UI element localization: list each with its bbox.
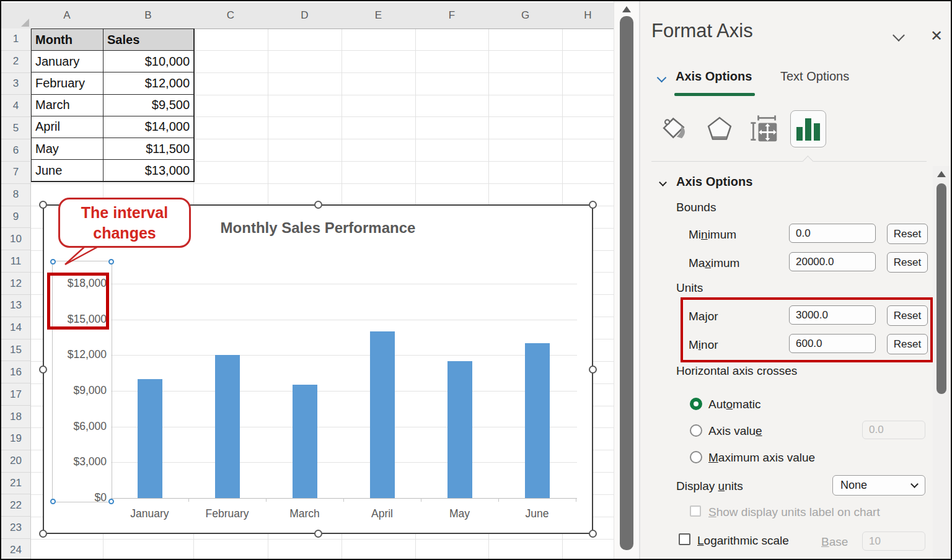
table-cell-sales[interactable]: $14,000 xyxy=(104,116,194,138)
axis-value-radio[interactable] xyxy=(690,424,702,437)
panel-scrollbar[interactable] xyxy=(933,166,950,559)
row-header-17[interactable]: 17 xyxy=(1,383,31,406)
row-header-14[interactable]: 14 xyxy=(1,317,31,339)
row-header-5[interactable]: 5 xyxy=(1,117,31,139)
row-header-18[interactable]: 18 xyxy=(1,406,31,428)
axis-handle[interactable] xyxy=(108,499,114,504)
table-cell-month[interactable]: January xyxy=(32,51,104,72)
row-header-2[interactable]: 2 xyxy=(1,51,31,73)
axis-handle[interactable] xyxy=(50,499,56,504)
column-header-c[interactable]: C xyxy=(193,2,268,29)
table-cell-month[interactable]: April xyxy=(32,116,104,138)
chart-bar-june[interactable] xyxy=(525,343,550,498)
resize-handle-top-left[interactable] xyxy=(39,201,47,209)
column-header-a[interactable]: A xyxy=(31,2,104,29)
panel-close-icon[interactable]: ✕ xyxy=(930,28,943,43)
row-header-10[interactable]: 10 xyxy=(1,228,31,250)
select-all-button[interactable] xyxy=(1,2,32,29)
minimum-reset-button[interactable]: Reset xyxy=(887,224,928,244)
table-header-sales[interactable]: Sales xyxy=(104,29,194,51)
chart-options-icon[interactable] xyxy=(790,110,826,147)
row-header-19[interactable]: 19 xyxy=(1,428,31,450)
minimum-input[interactable] xyxy=(789,224,876,243)
scroll-up-icon[interactable] xyxy=(622,6,631,12)
column-header-g[interactable]: G xyxy=(488,2,563,29)
row-header-20[interactable]: 20 xyxy=(1,450,31,473)
resize-handle-mid-left[interactable] xyxy=(39,365,47,374)
effects-icon[interactable] xyxy=(702,112,737,146)
x-axis-category-label[interactable]: June xyxy=(503,507,571,520)
chart-bar-march[interactable] xyxy=(293,385,317,498)
resize-handle-top-mid[interactable] xyxy=(314,201,322,209)
maximum-axis-value-radio[interactable] xyxy=(690,451,702,463)
column-header-d[interactable]: D xyxy=(268,2,342,29)
tab-axis-options[interactable]: Axis Options xyxy=(676,69,752,84)
x-axis-category-label[interactable]: March xyxy=(271,507,339,520)
table-cell-month[interactable]: February xyxy=(32,72,104,94)
resize-handle-bottom-mid[interactable] xyxy=(314,530,322,538)
logarithmic-scale-label[interactable]: Logarithmic scale xyxy=(697,534,789,548)
logarithmic-scale-checkbox[interactable] xyxy=(679,533,690,545)
panel-scroll-up-icon[interactable] xyxy=(937,171,946,177)
table-cell-month[interactable]: March xyxy=(32,95,104,116)
chart-bar-february[interactable] xyxy=(215,355,240,498)
maximum-input[interactable] xyxy=(789,252,876,271)
x-axis-category-label[interactable]: February xyxy=(193,507,262,520)
row-header-4[interactable]: 4 xyxy=(1,95,31,117)
x-axis-category-label[interactable]: April xyxy=(348,507,416,520)
section-collapse-chevron-icon[interactable] xyxy=(659,178,667,186)
chart-bar-january[interactable] xyxy=(138,379,162,498)
row-header-23[interactable]: 23 xyxy=(1,517,31,539)
row-header-22[interactable]: 22 xyxy=(1,494,31,517)
table-cell-sales[interactable]: $9,500 xyxy=(104,95,194,116)
display-units-dropdown[interactable]: None xyxy=(832,475,925,496)
x-axis-category-label[interactable]: May xyxy=(426,507,494,520)
chart-bar-april[interactable] xyxy=(370,331,395,498)
table-cell-sales[interactable]: $11,500 xyxy=(104,138,194,160)
sheet-scrollbar-thumb[interactable] xyxy=(620,16,633,550)
maximum-reset-button[interactable]: Reset xyxy=(887,252,928,273)
panel-collapse-chevron-icon[interactable] xyxy=(892,29,905,42)
row-header-21[interactable]: 21 xyxy=(1,473,31,495)
row-header-6[interactable]: 6 xyxy=(1,139,31,162)
chart-bar-may[interactable] xyxy=(447,361,472,498)
column-header-e[interactable]: E xyxy=(342,2,416,29)
section-header-axis-options[interactable]: Axis Options xyxy=(676,175,752,189)
automatic-radio[interactable] xyxy=(690,398,702,410)
row-header-24[interactable]: 24 xyxy=(1,539,31,560)
column-header-h[interactable]: H xyxy=(562,2,614,29)
row-header-12[interactable]: 12 xyxy=(1,273,31,295)
resize-handle-top-right[interactable] xyxy=(589,201,597,209)
automatic-label[interactable]: Automatic xyxy=(708,398,761,411)
row-header-3[interactable]: 3 xyxy=(1,73,31,95)
fill-icon[interactable] xyxy=(658,112,692,146)
table-cell-sales[interactable]: $10,000 xyxy=(104,51,194,72)
table-cell-sales[interactable]: $12,000 xyxy=(104,72,194,94)
row-header-15[interactable]: 15 xyxy=(1,339,31,362)
tab-text-options[interactable]: Text Options xyxy=(780,69,849,84)
maximum-axis-value-label[interactable]: Maximum axis value xyxy=(708,451,815,465)
resize-handle-bottom-left[interactable] xyxy=(39,530,47,538)
row-header-9[interactable]: 9 xyxy=(1,206,31,229)
row-header-1[interactable]: 1 xyxy=(1,28,31,51)
row-header-11[interactable]: 11 xyxy=(1,250,31,273)
column-header-b[interactable]: B xyxy=(103,2,194,29)
row-header-8[interactable]: 8 xyxy=(1,184,31,206)
axis-value-label[interactable]: Axis value xyxy=(708,424,762,438)
tab-dropdown-chevron-icon[interactable] xyxy=(657,73,667,83)
column-header-f[interactable]: F xyxy=(415,2,489,29)
row-header-7[interactable]: 7 xyxy=(1,162,31,184)
row-header-16[interactable]: 16 xyxy=(1,361,31,383)
resize-handle-bottom-right[interactable] xyxy=(589,530,597,538)
panel-scrollbar-thumb[interactable] xyxy=(937,183,946,394)
resize-handle-mid-right[interactable] xyxy=(589,365,597,374)
table-header-month[interactable]: Month xyxy=(32,29,104,51)
row-header-13[interactable]: 13 xyxy=(1,295,31,317)
table-cell-month[interactable]: June xyxy=(32,160,104,182)
sheet-scrollbar[interactable] xyxy=(614,1,640,559)
table-cell-sales[interactable]: $13,000 xyxy=(104,160,194,182)
x-axis-category-label[interactable]: January xyxy=(116,507,184,520)
table-cell-month[interactable]: May xyxy=(32,138,104,160)
axis-handle[interactable] xyxy=(50,259,56,265)
callout-bubble[interactable]: The interval changes xyxy=(58,198,191,248)
